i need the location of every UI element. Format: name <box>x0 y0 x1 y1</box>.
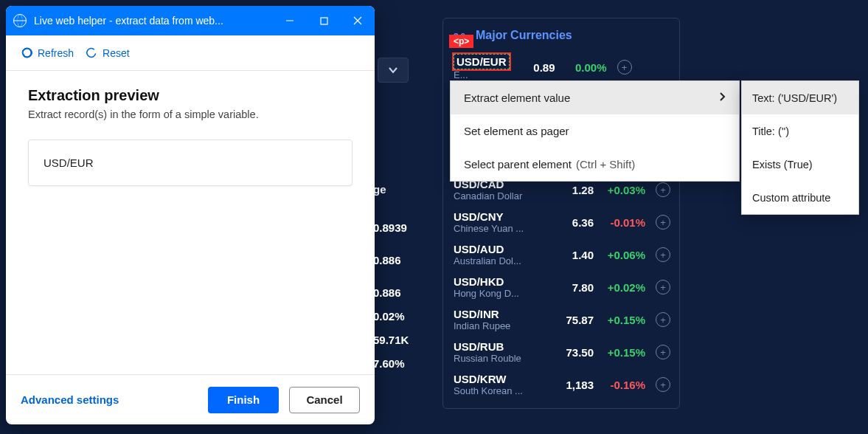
element-tag: <p> <box>449 35 473 48</box>
currency-row[interactable]: USD/HKDHong Kong D...7.80+0.02%+ <box>443 271 679 303</box>
pair-desc: South Korean ... <box>454 385 541 396</box>
pair-code: USD/INR <box>454 308 548 320</box>
major-currencies-panel: $ € Major Currencies <p> USD/EUR E... 0.… <box>442 18 680 409</box>
bg-value: 0.886 <box>373 254 401 266</box>
add-button[interactable]: + <box>656 280 670 294</box>
context-menu: Extract element value Set element as pag… <box>450 80 740 182</box>
finish-button[interactable]: Finish <box>208 387 279 413</box>
add-button[interactable]: + <box>656 182 670 197</box>
chevron-down-icon <box>388 66 398 74</box>
pair-code: USD/RUB <box>454 340 548 353</box>
pair-desc: Russian Rouble <box>454 353 541 364</box>
bg-value: 0.02% <box>373 310 405 323</box>
pair-code: USD/HKD <box>454 275 548 288</box>
pair-desc: Hong Kong D... <box>454 288 541 299</box>
menu-extract-value[interactable]: Extract element value <box>451 81 739 114</box>
menu-select-parent[interactable]: Select parent element (Ctrl + Shift) <box>451 148 739 181</box>
highlighted-pair[interactable]: USD/EUR <box>454 54 510 69</box>
bg-value: 7.60% <box>373 357 405 370</box>
pair-value: 6.36 <box>554 216 594 229</box>
pair-change: +0.02% <box>600 281 645 294</box>
pair-change: 0.00% <box>561 61 607 74</box>
bg-label: ge <box>373 183 386 196</box>
currency-row[interactable]: USD/CNYChinese Yuan ...6.36-0.01%+ <box>443 206 679 238</box>
chevron-right-icon <box>719 92 726 102</box>
close-button[interactable] <box>341 6 375 35</box>
dropdown-toggle[interactable] <box>378 58 409 83</box>
advanced-settings-link[interactable]: Advanced settings <box>21 393 119 406</box>
reset-icon <box>86 46 98 59</box>
svg-rect-1 <box>321 18 327 24</box>
pair-code: USD/KRW <box>454 373 548 385</box>
globe-icon <box>13 14 27 27</box>
refresh-icon <box>21 46 33 59</box>
add-button[interactable]: + <box>656 215 670 230</box>
highlighted-row[interactable]: <p> USD/EUR E... 0.89 0.00% + <box>443 49 679 85</box>
titlebar: Live web helper - extract data from web.… <box>6 6 375 35</box>
refresh-button[interactable]: Refresh <box>21 46 74 59</box>
submenu-custom[interactable]: Custom attribute <box>742 181 858 214</box>
close-icon <box>353 16 362 25</box>
pair-change: -0.01% <box>600 216 645 229</box>
submenu-exists[interactable]: Exists (True) <box>742 148 858 181</box>
toolbar: Refresh Reset <box>6 35 375 71</box>
add-button[interactable]: + <box>656 377 670 392</box>
extracted-value: USD/EUR <box>44 156 94 169</box>
live-web-helper-dialog: Live web helper - extract data from web.… <box>6 6 375 424</box>
add-button[interactable]: + <box>656 247 670 262</box>
reset-label: Reset <box>103 47 130 59</box>
pair-desc: Australian Dol... <box>454 255 541 266</box>
cancel-button[interactable]: Cancel <box>289 387 360 413</box>
pair-change: +0.03% <box>600 184 645 196</box>
pair-change: -0.16% <box>600 379 645 391</box>
bg-value: 0.886 <box>373 286 401 299</box>
currency-row[interactable]: USD/RUBRussian Rouble73.50+0.15%+ <box>443 336 679 368</box>
currency-row[interactable]: USD/AUDAustralian Dol...1.40+0.06%+ <box>443 238 679 271</box>
pair-value: 0.89 <box>515 61 555 74</box>
pair-change: +0.15% <box>600 314 645 326</box>
maximize-icon <box>320 17 328 25</box>
pair-desc: Indian Rupee <box>454 320 541 331</box>
bg-value: 59.71K <box>373 334 409 346</box>
menu-set-pager[interactable]: Set element as pager <box>451 114 739 148</box>
reset-button[interactable]: Reset <box>86 46 130 59</box>
context-submenu: Text: ('USD/EUR') Title: ('') Exists (Tr… <box>741 80 859 215</box>
extraction-preview-card: USD/EUR <box>28 140 353 186</box>
dialog-footer: Advanced settings Finish Cancel <box>6 374 375 424</box>
dialog-title: Live web helper - extract data from web.… <box>34 15 273 27</box>
maximize-button[interactable] <box>307 6 341 35</box>
pair-desc: Chinese Yuan ... <box>454 223 541 234</box>
pair-value: 7.80 <box>554 281 594 294</box>
add-button[interactable]: + <box>656 312 670 327</box>
dialog-heading: Extraction preview <box>28 87 353 104</box>
pair-change: +0.15% <box>600 346 645 359</box>
pair-value: 75.87 <box>554 314 594 326</box>
dialog-body: Extraction preview Extract record(s) in … <box>6 71 375 374</box>
pair-value: 1.40 <box>554 249 594 261</box>
dialog-subtitle: Extract record(s) in the form of a simpl… <box>28 108 353 120</box>
pair-code: USD/AUD <box>454 243 548 255</box>
currency-row[interactable]: USD/KRWSouth Korean ...1,183-0.16%+ <box>443 368 679 401</box>
currency-row[interactable]: USD/INRIndian Rupee75.87+0.15%+ <box>443 303 679 336</box>
add-button[interactable]: + <box>617 60 632 75</box>
submenu-text[interactable]: Text: ('USD/EUR') <box>742 81 858 114</box>
pair-value: 73.50 <box>554 346 594 359</box>
add-button[interactable]: + <box>656 345 670 359</box>
pair-desc: E... <box>454 69 510 80</box>
bg-value: 0.8939 <box>373 221 407 234</box>
submenu-title[interactable]: Title: ('') <box>742 114 858 148</box>
submenu-arrow <box>719 92 726 104</box>
pair-code: USD/CNY <box>454 210 548 223</box>
pair-desc: Canadian Dollar <box>454 190 541 202</box>
keyboard-shortcut: (Ctrl + Shift) <box>576 158 635 170</box>
panel-title: Major Currencies <box>476 29 572 42</box>
panel-header: $ € Major Currencies <box>443 27 679 49</box>
pair-value: 1.28 <box>554 184 594 196</box>
pair-value: 1,183 <box>554 379 594 391</box>
refresh-label: Refresh <box>38 47 74 59</box>
minimize-icon <box>285 16 294 25</box>
pair-change: +0.06% <box>600 249 645 261</box>
minimize-button[interactable] <box>273 6 307 35</box>
